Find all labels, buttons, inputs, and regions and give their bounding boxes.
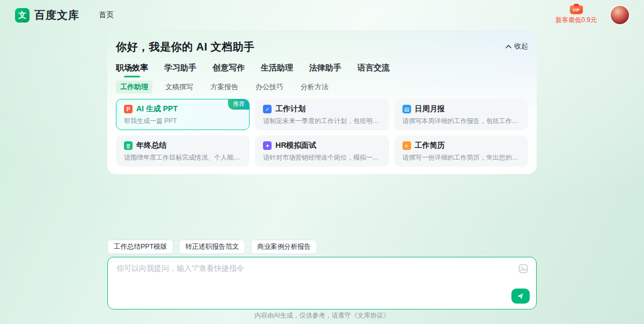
tab-life-assistant[interactable]: 生活助理 <box>261 63 293 77</box>
tab-language-exchange[interactable]: 语言交流 <box>357 63 390 77</box>
top-bar: 文 百度文库 首页 VIP 新客最低0.9元 <box>0 0 644 30</box>
ai-assistant-panel: 你好，我是你的 AI 文档助手 收起 职场效率 学习助手 创意写作 生活助理 法… <box>107 30 537 174</box>
plan-icon: ✓ <box>263 105 272 113</box>
subtab-analysis-methods[interactable]: 分析方法 <box>296 81 333 93</box>
chip-probation-report[interactable]: 转正述职报告范文 <box>179 240 245 254</box>
card-title: 日周月报 <box>415 104 445 114</box>
chevron-up-icon <box>506 45 511 48</box>
header-right: VIP 新客最低0.9元 <box>555 5 629 25</box>
prompt-input[interactable] <box>116 264 503 300</box>
page: 文 百度文库 首页 VIP 新客最低0.9元 你好，我是你的 AI 文档助手 收… <box>0 0 644 324</box>
card-year-end-summary[interactable]: ≣ 年终总结 请围绕年度工作目标完成情况、个人能力提… <box>116 135 250 167</box>
subtab-manuscript-writing[interactable]: 文稿撰写 <box>161 81 197 93</box>
card-desc: 请撰写本周详细的工作报告，包括工作内容… <box>402 117 520 126</box>
brand-name: 百度文库 <box>34 8 79 23</box>
card-desc: 请围绕年度工作目标完成情况、个人能力提… <box>124 153 241 162</box>
card-daily-weekly-report[interactable]: ▤ 日周月报 请撰写本周详细的工作报告，包括工作内容… <box>394 99 528 130</box>
disclaimer-text: 内容由AI生成，仅供参考，请遵守 <box>254 312 350 319</box>
card-title: 工作计划 <box>275 104 305 114</box>
card-desc: 请制定未来一季度的工作计划，包括明确目… <box>263 117 380 126</box>
card-ai-generate-ppt[interactable]: 推荐 P AI 生成 PPT 帮我生成一篇 PPT <box>116 99 250 130</box>
subtab-work-assistant[interactable]: 工作助理 <box>116 81 152 93</box>
sub-category-tabs: 工作助理 文稿撰写 方案报告 办公技巧 分析方法 <box>116 81 528 93</box>
image-upload-icon[interactable] <box>518 263 529 274</box>
vip-promo[interactable]: VIP 新客最低0.9元 <box>555 5 597 25</box>
vip-gift-icon: VIP <box>570 5 583 14</box>
panel-head: 你好，我是你的 AI 文档助手 收起 <box>116 40 528 54</box>
resume-icon: ≡ <box>402 141 411 150</box>
nav-home[interactable]: 首页 <box>99 10 114 20</box>
chip-ppt-template[interactable]: 工作总结PPT模版 <box>107 240 173 254</box>
ppt-icon: P <box>124 105 133 113</box>
avatar[interactable] <box>611 6 629 24</box>
chip-business-case-analysis[interactable]: 商业案例分析报告 <box>251 240 317 254</box>
hr-interview-icon: ✦ <box>263 141 272 150</box>
summary-icon: ≣ <box>124 141 133 150</box>
prompt-card-grid: 推荐 P AI 生成 PPT 帮我生成一篇 PPT ✓ 工作计划 请制定未来一季… <box>116 99 528 167</box>
card-work-plan[interactable]: ✓ 工作计划 请制定未来一季度的工作计划，包括明确目… <box>255 99 389 130</box>
card-desc: 帮我生成一篇 PPT <box>124 117 241 126</box>
tab-legal-assistant[interactable]: 法律助手 <box>309 63 341 77</box>
subtab-office-skills[interactable]: 办公技巧 <box>251 81 288 93</box>
card-title: HR模拟面试 <box>275 141 316 150</box>
page-title: 你好，我是你的 AI 文档助手 <box>116 40 255 54</box>
wenku-logo-icon: 文 <box>15 8 30 23</box>
paper-plane-icon <box>516 292 525 300</box>
card-hr-mock-interview[interactable]: ✦ HR模拟面试 请针对市场营销经理这个岗位，模拟一场真… <box>255 135 389 167</box>
report-icon: ▤ <box>402 105 411 113</box>
recommend-badge: 推荐 <box>228 99 250 110</box>
card-work-resume[interactable]: ≡ 工作简历 请撰写一份详细的工作简历，突出您的教育… <box>394 135 528 167</box>
card-title: AI 生成 PPT <box>136 104 178 114</box>
card-title: 工作简历 <box>415 141 445 150</box>
subtab-proposal-report[interactable]: 方案报告 <box>206 81 243 93</box>
card-desc: 请针对市场营销经理这个岗位，模拟一场真… <box>263 153 380 162</box>
suggestion-chips: 工作总结PPT模版 转正述职报告范文 商业案例分析报告 <box>107 240 317 254</box>
promo-text: 新客最低0.9元 <box>555 16 597 25</box>
tab-workplace-efficiency[interactable]: 职场效率 <box>116 63 148 77</box>
send-button[interactable] <box>511 289 530 304</box>
collapse-label: 收起 <box>514 41 528 51</box>
chat-input-box <box>107 257 537 309</box>
footer-disclaimer: 内容由AI生成，仅供参考，请遵守《文库协议》 <box>0 311 644 320</box>
tab-creative-writing[interactable]: 创意写作 <box>213 63 245 77</box>
collapse-button[interactable]: 收起 <box>506 40 528 51</box>
card-desc: 请撰写一份详细的工作简历，突出您的教育… <box>402 153 520 162</box>
card-title: 年终总结 <box>136 141 166 150</box>
library-agreement-link[interactable]: 《文库协议》 <box>351 312 390 319</box>
wenku-logo[interactable]: 文 百度文库 <box>15 8 79 23</box>
tab-study-assistant[interactable]: 学习助手 <box>164 63 196 77</box>
category-tabs: 职场效率 学习助手 创意写作 生活助理 法律助手 语言交流 <box>116 63 528 77</box>
